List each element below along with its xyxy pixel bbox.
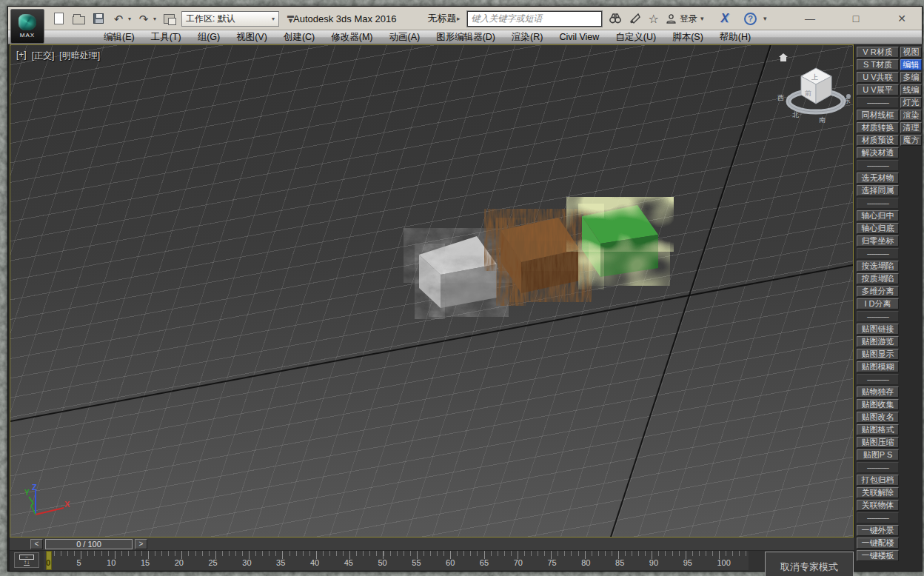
help-button[interactable]: ? [744,13,757,25]
sidebar-tool-button[interactable]: 按选塌陷 [857,261,899,272]
cancel-expert-mode-button[interactable]: 取消专家模式 [765,552,854,576]
menu-item[interactable]: Civil View [551,32,607,42]
next-frame-button[interactable]: > [135,539,147,549]
frame-counter-field[interactable]: 0 / 100 [45,539,133,549]
sidebar-tool-button[interactable]: 贴图链接 [857,324,899,335]
previous-frame-button[interactable]: < [30,539,43,549]
compass-south-label[interactable]: 南 [819,116,826,124]
sidebar-tab[interactable]: 多编 [900,72,922,83]
sidebar-tool-button[interactable]: 一键配楼 [857,538,899,549]
menu-item[interactable]: 自定义(U) [607,31,664,44]
manage-scenes-button[interactable] [161,11,176,26]
sidebar-tool-button[interactable]: 贴图显示 [857,349,899,360]
sidebar-tool-button[interactable]: 轴心归中 [857,210,899,221]
open-file-button[interactable] [71,11,86,26]
communication-center-icon[interactable] [629,12,642,25]
sidebar-tool-button[interactable]: 解决材透 [857,147,899,158]
sidebar-tool-button[interactable]: V R材质 [857,47,899,58]
sidebar-tool-button: ----------- [857,374,899,385]
sidebar-tool-button[interactable]: 贴图压缩 [857,437,899,448]
sidebar-tool-button[interactable]: S T材质 [857,59,899,70]
favorites-star-icon[interactable]: ☆ [649,12,659,26]
menu-item[interactable]: 帮助(H) [712,31,759,44]
menu-item[interactable]: 组(G) [190,31,229,44]
sidebar-tool-button[interactable]: U V展平 [857,84,899,96]
sidebar-tab[interactable]: 魔方 [900,135,922,146]
sidebar-tool-button[interactable]: 同材线框 [857,110,899,121]
sidebar-tool-button[interactable]: 贴图收集 [857,399,899,410]
sidebar-tool-button[interactable]: 打包归档 [857,475,899,486]
compass-west-label[interactable]: 西 [777,94,784,101]
infocenter-collapse-icon[interactable]: ▸ [457,15,461,22]
sidebar-tab[interactable]: 清理 [900,122,922,133]
sidebar-tool-button[interactable]: 贴图格式 [857,424,899,435]
undo-dropdown-caret-icon[interactable]: ▾ [128,16,131,22]
redo-button[interactable]: ↷ [136,11,151,26]
search-input[interactable] [467,11,602,27]
exchange-apps-icon[interactable]: X [720,12,729,25]
sidebar-tab[interactable]: 编辑 [900,59,922,70]
sidebar-tool-button[interactable]: 选无材物 [857,173,899,184]
timeline-ruler[interactable]: 0510152025303540455055606570758085909510… [44,551,749,570]
sidebar-tab[interactable]: 渲染 [900,110,922,121]
menu-item[interactable]: 渲染(R) [503,31,551,44]
sidebar-tool-button[interactable]: 多维分离 [857,286,899,297]
redo-dropdown-caret-icon[interactable]: ▾ [153,16,156,22]
cube-green[interactable] [582,205,658,277]
sign-in-button[interactable]: 登录 ▾ [666,13,704,25]
viewcube[interactable]: 西 北 南 东 上 前 [773,47,853,142]
viewcube-cube[interactable]: 上 前 [801,68,831,104]
sidebar-tab[interactable]: 线编 [900,84,922,96]
viewport-orthographic[interactable]: [+] [正交] [明暗处理] 西 北 南 东 [10,44,854,538]
menu-item[interactable]: 修改器(M) [323,31,381,44]
viewcube-home-icon[interactable] [779,53,788,61]
sidebar-tool-button[interactable]: 关联物体 [857,500,899,511]
menu-item[interactable]: 编辑(E) [96,31,143,44]
compass-north-label[interactable]: 北 [792,111,799,118]
menu-item[interactable]: 工具(T) [143,31,190,44]
viewport-menu-plus[interactable]: [+] [16,50,27,62]
sidebar-tool-button[interactable]: 贴物独存 [857,386,899,398]
cube-marble[interactable] [419,236,497,308]
sidebar-tool-button[interactable]: 按质塌陷 [857,273,899,284]
save-file-button[interactable] [91,11,106,26]
open-mini-curve-editor-button[interactable]: ~ ↑↓ [14,552,39,568]
cube-wood[interactable] [500,218,580,293]
sidebar-tool-button[interactable]: 贴图模糊 [857,361,899,372]
sidebar-tool-button[interactable]: I D分离 [857,298,899,309]
sidebar-tool-button[interactable]: 轴心归底 [857,223,899,234]
new-scene-button[interactable] [51,11,66,26]
application-menu-button[interactable]: MAX [10,9,44,44]
menu-item[interactable]: 脚本(S) [664,31,712,44]
menu-item[interactable]: 视图(V) [228,31,275,44]
sidebar-tool-button[interactable]: 贴图P S [857,449,899,461]
sidebar-tab[interactable]: 视图 [900,47,922,58]
maximize-button[interactable]: □ [846,13,866,24]
sidebar-tab[interactable]: 灯光 [900,97,922,108]
sidebar-tool-button[interactable]: 贴图游览 [857,336,899,347]
menu-item[interactable]: 图形编辑器(D) [428,31,503,44]
sidebar-tool-button[interactable]: 贴图改名 [857,412,899,423]
undo-button[interactable]: ↶ [111,11,126,26]
sidebar-tool-button[interactable]: 选择同属 [857,185,899,196]
menu-item[interactable]: 动画(A) [381,31,428,44]
sidebar-tool-button[interactable]: 归零坐标 [857,235,899,247]
sidebar-tool-button[interactable]: 材质转换 [857,122,899,133]
workspace-selector[interactable]: 工作区: 默认 ▾ [181,11,279,27]
viewcube-menu-dot-icon[interactable] [846,94,851,98]
sidebar-tool-button[interactable]: 材质预设 [857,135,899,146]
sidebar-tool-button[interactable]: U V共联 [857,72,899,83]
search-binoculars-icon[interactable] [609,12,622,25]
sidebar-tool-button[interactable]: 关联解除 [857,487,899,498]
viewport-shading-label[interactable]: [明暗处理] [59,50,100,62]
timeline-number: 20 [175,558,184,567]
sidebar-tool-button[interactable]: 一键外景 [857,525,899,536]
minimize-button[interactable]: — [800,13,820,24]
viewcube-top-label[interactable]: 上 [811,73,818,81]
menu-item[interactable]: 创建(C) [275,31,323,44]
help-caret-icon[interactable]: ▾ [763,15,767,22]
viewport-view-label[interactable]: [正交] [32,50,55,62]
sidebar-tool-button[interactable]: 一键楼板 [857,550,899,561]
close-button[interactable]: ✕ [892,13,911,24]
viewcube-front-label[interactable]: 前 [805,90,811,97]
